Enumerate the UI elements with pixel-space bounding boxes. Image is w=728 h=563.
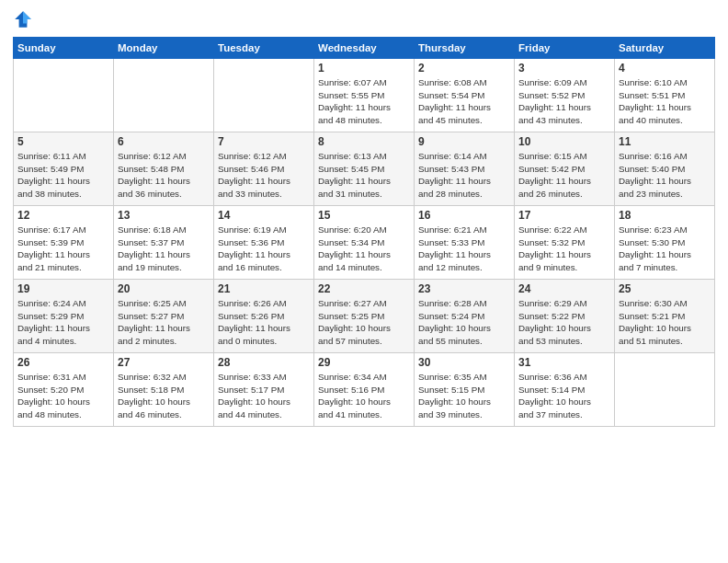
- day-number: 22: [318, 282, 410, 295]
- day-info: Sunrise: 6:23 AM Sunset: 5:30 PM Dayligh…: [619, 224, 711, 274]
- day-info: Sunrise: 6:19 AM Sunset: 5:36 PM Dayligh…: [218, 224, 310, 274]
- calendar-cell: 8Sunrise: 6:13 AM Sunset: 5:45 PM Daylig…: [314, 132, 415, 206]
- calendar-cell: 9Sunrise: 6:14 AM Sunset: 5:43 PM Daylig…: [415, 132, 515, 206]
- day-info: Sunrise: 6:22 AM Sunset: 5:32 PM Dayligh…: [518, 224, 610, 274]
- calendar-week-0: 1Sunrise: 6:07 AM Sunset: 5:55 PM Daylig…: [14, 59, 715, 132]
- calendar-week-1: 5Sunrise: 6:11 AM Sunset: 5:49 PM Daylig…: [14, 132, 715, 206]
- day-number: 5: [17, 135, 109, 148]
- day-info: Sunrise: 6:07 AM Sunset: 5:55 PM Dayligh…: [318, 76, 410, 127]
- calendar-cell: 6Sunrise: 6:12 AM Sunset: 5:48 PM Daylig…: [114, 132, 214, 206]
- calendar-cell: [615, 353, 715, 427]
- calendar-week-3: 19Sunrise: 6:24 AM Sunset: 5:29 PM Dayli…: [14, 280, 715, 353]
- day-info: Sunrise: 6:10 AM Sunset: 5:51 PM Dayligh…: [619, 76, 711, 127]
- calendar-cell: 25Sunrise: 6:30 AM Sunset: 5:21 PM Dayli…: [615, 280, 715, 353]
- weekday-header-row: SundayMondayTuesdayWednesdayThursdayFrid…: [14, 38, 715, 59]
- calendar-cell: 26Sunrise: 6:31 AM Sunset: 5:20 PM Dayli…: [14, 353, 114, 427]
- weekday-friday: Friday: [515, 38, 615, 59]
- calendar-cell: 28Sunrise: 6:33 AM Sunset: 5:17 PM Dayli…: [214, 353, 314, 427]
- day-info: Sunrise: 6:14 AM Sunset: 5:43 PM Dayligh…: [418, 150, 510, 201]
- calendar-cell: 29Sunrise: 6:34 AM Sunset: 5:16 PM Dayli…: [314, 353, 415, 427]
- day-info: Sunrise: 6:25 AM Sunset: 5:27 PM Dayligh…: [118, 297, 210, 348]
- day-info: Sunrise: 6:34 AM Sunset: 5:16 PM Dayligh…: [318, 371, 410, 421]
- day-info: Sunrise: 6:13 AM Sunset: 5:45 PM Dayligh…: [318, 150, 410, 201]
- calendar-cell: 4Sunrise: 6:10 AM Sunset: 5:51 PM Daylig…: [615, 59, 715, 132]
- day-info: Sunrise: 6:36 AM Sunset: 5:14 PM Dayligh…: [518, 371, 610, 421]
- day-number: 31: [518, 356, 610, 369]
- calendar-cell: [114, 59, 214, 132]
- day-info: Sunrise: 6:26 AM Sunset: 5:26 PM Dayligh…: [218, 297, 310, 348]
- day-number: 29: [318, 356, 410, 369]
- logo-icon: [13, 9, 33, 29]
- day-number: 1: [318, 62, 410, 75]
- day-number: 20: [118, 282, 210, 295]
- day-info: Sunrise: 6:11 AM Sunset: 5:49 PM Dayligh…: [17, 150, 109, 201]
- calendar-cell: 11Sunrise: 6:16 AM Sunset: 5:40 PM Dayli…: [615, 132, 715, 206]
- day-info: Sunrise: 6:29 AM Sunset: 5:22 PM Dayligh…: [518, 297, 610, 348]
- calendar-cell: 10Sunrise: 6:15 AM Sunset: 5:42 PM Dayli…: [515, 132, 615, 206]
- day-number: 28: [218, 356, 310, 369]
- day-number: 9: [418, 135, 510, 148]
- day-info: Sunrise: 6:17 AM Sunset: 5:39 PM Dayligh…: [17, 224, 109, 274]
- calendar-cell: [214, 59, 314, 132]
- day-info: Sunrise: 6:32 AM Sunset: 5:18 PM Dayligh…: [118, 371, 210, 421]
- weekday-monday: Monday: [114, 38, 214, 59]
- day-info: Sunrise: 6:35 AM Sunset: 5:15 PM Dayligh…: [418, 371, 510, 421]
- calendar-cell: [14, 59, 114, 132]
- day-number: 15: [318, 209, 410, 222]
- day-info: Sunrise: 6:18 AM Sunset: 5:37 PM Dayligh…: [118, 224, 210, 274]
- day-number: 6: [118, 135, 210, 148]
- calendar-cell: 31Sunrise: 6:36 AM Sunset: 5:14 PM Dayli…: [515, 353, 615, 427]
- day-number: 30: [418, 356, 510, 369]
- day-number: 16: [418, 209, 510, 222]
- calendar-cell: 18Sunrise: 6:23 AM Sunset: 5:30 PM Dayli…: [615, 206, 715, 280]
- day-number: 10: [518, 135, 610, 148]
- calendar-cell: 12Sunrise: 6:17 AM Sunset: 5:39 PM Dayli…: [14, 206, 114, 280]
- day-info: Sunrise: 6:09 AM Sunset: 5:52 PM Dayligh…: [518, 76, 610, 127]
- day-number: 11: [619, 135, 711, 148]
- calendar-cell: 23Sunrise: 6:28 AM Sunset: 5:24 PM Dayli…: [415, 280, 515, 353]
- calendar-cell: 24Sunrise: 6:29 AM Sunset: 5:22 PM Dayli…: [515, 280, 615, 353]
- day-number: 24: [518, 282, 610, 295]
- weekday-tuesday: Tuesday: [214, 38, 314, 59]
- day-info: Sunrise: 6:20 AM Sunset: 5:34 PM Dayligh…: [318, 224, 410, 274]
- day-info: Sunrise: 6:27 AM Sunset: 5:25 PM Dayligh…: [318, 297, 410, 348]
- header: [13, 9, 715, 29]
- day-number: 26: [17, 356, 109, 369]
- calendar-cell: 22Sunrise: 6:27 AM Sunset: 5:25 PM Dayli…: [314, 280, 415, 353]
- calendar-cell: 5Sunrise: 6:11 AM Sunset: 5:49 PM Daylig…: [14, 132, 114, 206]
- day-info: Sunrise: 6:12 AM Sunset: 5:46 PM Dayligh…: [218, 150, 310, 201]
- calendar-cell: 3Sunrise: 6:09 AM Sunset: 5:52 PM Daylig…: [515, 59, 615, 132]
- day-info: Sunrise: 6:33 AM Sunset: 5:17 PM Dayligh…: [218, 371, 310, 421]
- day-info: Sunrise: 6:31 AM Sunset: 5:20 PM Dayligh…: [17, 371, 109, 421]
- calendar-cell: 1Sunrise: 6:07 AM Sunset: 5:55 PM Daylig…: [314, 59, 415, 132]
- day-info: Sunrise: 6:24 AM Sunset: 5:29 PM Dayligh…: [17, 297, 109, 348]
- day-info: Sunrise: 6:16 AM Sunset: 5:40 PM Dayligh…: [619, 150, 711, 201]
- day-number: 8: [318, 135, 410, 148]
- day-info: Sunrise: 6:15 AM Sunset: 5:42 PM Dayligh…: [518, 150, 610, 201]
- weekday-wednesday: Wednesday: [314, 38, 415, 59]
- calendar-cell: 20Sunrise: 6:25 AM Sunset: 5:27 PM Dayli…: [114, 280, 214, 353]
- calendar-cell: 13Sunrise: 6:18 AM Sunset: 5:37 PM Dayli…: [114, 206, 214, 280]
- calendar-cell: 17Sunrise: 6:22 AM Sunset: 5:32 PM Dayli…: [515, 206, 615, 280]
- day-info: Sunrise: 6:08 AM Sunset: 5:54 PM Dayligh…: [418, 76, 510, 127]
- day-info: Sunrise: 6:12 AM Sunset: 5:48 PM Dayligh…: [118, 150, 210, 201]
- day-number: 27: [118, 356, 210, 369]
- day-number: 17: [518, 209, 610, 222]
- svg-marker-1: [23, 11, 31, 23]
- calendar-cell: 19Sunrise: 6:24 AM Sunset: 5:29 PM Dayli…: [14, 280, 114, 353]
- day-number: 7: [218, 135, 310, 148]
- day-info: Sunrise: 6:21 AM Sunset: 5:33 PM Dayligh…: [418, 224, 510, 274]
- calendar-cell: 21Sunrise: 6:26 AM Sunset: 5:26 PM Dayli…: [214, 280, 314, 353]
- day-number: 13: [118, 209, 210, 222]
- day-number: 4: [619, 62, 711, 75]
- day-number: 3: [518, 62, 610, 75]
- calendar-week-2: 12Sunrise: 6:17 AM Sunset: 5:39 PM Dayli…: [14, 206, 715, 280]
- day-info: Sunrise: 6:30 AM Sunset: 5:21 PM Dayligh…: [619, 297, 711, 348]
- day-number: 18: [619, 209, 711, 222]
- calendar-cell: 27Sunrise: 6:32 AM Sunset: 5:18 PM Dayli…: [114, 353, 214, 427]
- calendar-week-4: 26Sunrise: 6:31 AM Sunset: 5:20 PM Dayli…: [14, 353, 715, 427]
- day-number: 21: [218, 282, 310, 295]
- calendar-cell: 14Sunrise: 6:19 AM Sunset: 5:36 PM Dayli…: [214, 206, 314, 280]
- calendar-table: SundayMondayTuesdayWednesdayThursdayFrid…: [13, 37, 715, 427]
- day-number: 23: [418, 282, 510, 295]
